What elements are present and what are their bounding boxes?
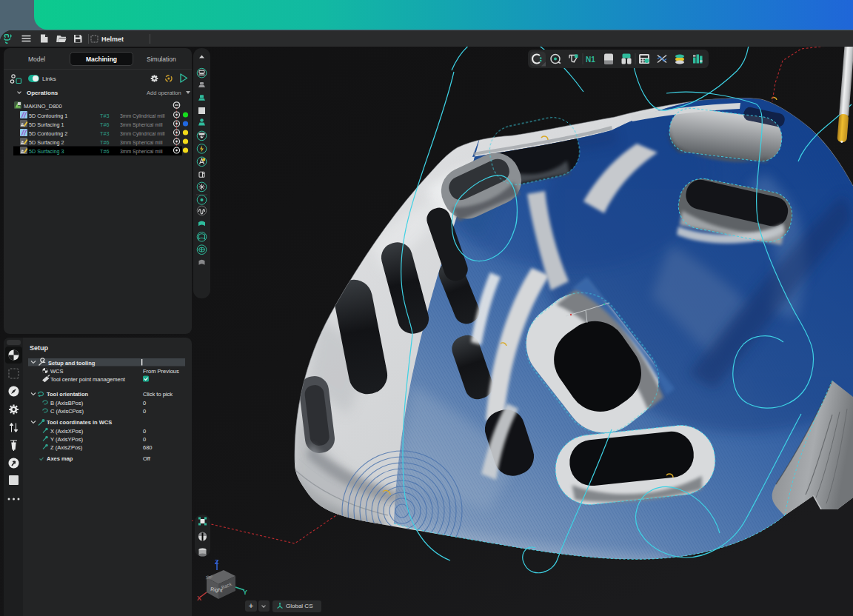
svg-text:C (AxisCPos): C (AxisCPos) [50,408,84,415]
svg-text:Helmet: Helmet [101,36,124,43]
svg-text:5D Contouring 2: 5D Contouring 2 [29,130,67,137]
svg-text:X (AxisXPos): X (AxisXPos) [50,428,84,435]
svg-text:Z (AxisZPos): Z (AxisZPos) [50,444,83,451]
svg-text:Off: Off [143,455,151,462]
svg-text:0: 0 [143,428,146,435]
svg-text:Z: Z [215,558,219,566]
svg-text:0: 0 [143,400,146,406]
svg-text:T#6: T#6 [100,139,109,146]
svg-text:Links: Links [42,76,56,82]
svg-text:From Previous: From Previous [143,368,179,375]
svg-text:WCS: WCS [50,368,64,375]
svg-text:Axes map: Axes map [47,455,73,462]
svg-text:N1: N1 [586,56,595,64]
svg-text:Tool orientation: Tool orientation [47,391,89,398]
svg-text:0: 0 [143,436,146,443]
svg-text:X: X [197,595,201,602]
svg-text:Setup and tooling: Setup and tooling [48,360,96,366]
svg-text:3mm Cylindrical mill: 3mm Cylindrical mill [120,131,165,137]
svg-text:680: 680 [143,444,153,451]
svg-text:T#3: T#3 [100,113,109,119]
svg-text:B (AxisBPos): B (AxisBPos) [50,400,84,406]
svg-text:T#6: T#6 [100,121,109,128]
svg-text:5D Surfacing 3: 5D Surfacing 3 [29,148,64,155]
svg-text:Y: Y [243,589,247,596]
svg-text:T#3: T#3 [100,130,109,137]
svg-text:3mm Spherical mill: 3mm Spherical mill [120,149,163,155]
svg-text:Click to pick: Click to pick [143,391,173,398]
svg-text:5D Surfacing 1: 5D Surfacing 1 [29,121,64,128]
svg-text:Tool center point management: Tool center point management [50,376,126,383]
svg-text:3mm Spherical mill: 3mm Spherical mill [120,140,163,146]
svg-text:MAKINO_D800: MAKINO_D800 [24,103,62,110]
svg-text:Y (AxisYPos): Y (AxisYPos) [50,436,84,443]
svg-text:3mm Spherical mill: 3mm Spherical mill [120,122,163,128]
svg-text:T#6: T#6 [100,148,109,155]
svg-text:5D Surfacing 2: 5D Surfacing 2 [29,139,64,146]
svg-text:5D Contouring 1: 5D Contouring 1 [29,113,67,119]
svg-text:3mm Cylindrical mill: 3mm Cylindrical mill [120,113,165,119]
svg-text:Tool coordinates in WCS: Tool coordinates in WCS [47,419,112,426]
svg-text:0: 0 [143,408,146,415]
